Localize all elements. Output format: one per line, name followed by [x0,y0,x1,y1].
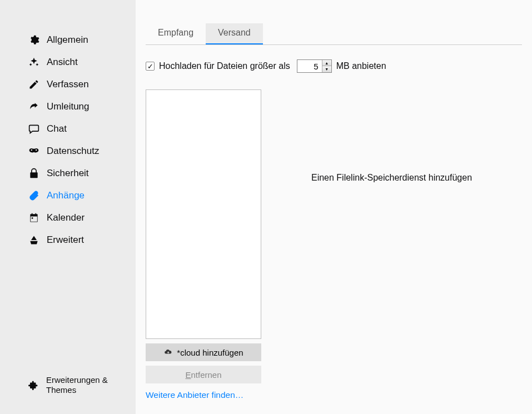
paperclip-icon [28,189,40,202]
sidebar-item-ansicht[interactable]: Ansicht [0,51,136,73]
lock-icon [28,167,40,179]
sidebar-item-label: Umleitung [47,101,90,112]
provider-listbox[interactable] [146,89,261,339]
sidebar-item-umleitung[interactable]: Umleitung [0,96,136,118]
sidebar-item-erweitert[interactable]: Erweitert [0,229,136,251]
pencil-icon [28,78,40,91]
sidebar-item-label: Datenschutz [47,146,100,157]
sidebar-item-anhaenge[interactable]: Anhänge [0,184,136,207]
spinner-down-button[interactable]: ▼ [322,66,331,72]
detail-area: Einen Filelink-Speicherdienst hinzufügen [261,89,522,400]
sidebar-item-label: Erweitert [47,235,84,246]
add-cloud-button[interactable]: *cloud hinzufügen [146,343,261,361]
wizard-icon [28,234,40,246]
sidebar-item-label: Anhänge [47,190,84,201]
sidebar-item-label: Sicherheit [47,168,89,179]
provider-column: *cloud hinzufügen Entfernen Weitere Anbi… [146,89,261,400]
sidebar-item-kalender[interactable]: Kalender [0,207,136,229]
tab-versand[interactable]: Versand [206,23,263,44]
sidebar-item-label: Chat [47,123,67,134]
main-content: Empfang Versand Hochladen für Dateien gr… [136,0,532,414]
sidebar-items: Allgemein Ansicht Verfassen Umleitung Ch [0,29,136,251]
sidebar-item-verfassen[interactable]: Verfassen [0,73,136,96]
calendar-icon [28,212,40,224]
tab-content: Hochladen für Dateien größer als ▲ ▼ MB … [136,45,532,400]
chat-icon [28,123,40,135]
sidebar-item-label: Verfassen [47,79,89,90]
spinner-buttons: ▲ ▼ [322,60,331,72]
threshold-input[interactable] [297,60,322,72]
lower-area: *cloud hinzufügen Entfernen Weitere Anbi… [146,89,522,400]
upload-offer-checkbox[interactable] [146,62,155,71]
cloud-add-icon [163,348,172,357]
sparkle-icon [28,56,40,68]
redirect-icon [28,101,40,113]
upload-setting-row: Hochladen für Dateien größer als ▲ ▼ MB … [146,59,522,73]
sidebar-item-extensions[interactable]: Erweiterungen & Themes [0,365,136,414]
spinner-up-button[interactable]: ▲ [322,60,331,66]
sidebar-item-sicherheit[interactable]: Sicherheit [0,162,136,184]
tab-empfang[interactable]: Empfang [146,23,206,44]
sidebar-item-label: Kalender [47,212,84,223]
upload-prefix-label: Hochladen für Dateien größer als [159,61,290,71]
puzzle-icon [28,379,39,391]
sidebar-item-datenschutz[interactable]: Datenschutz [0,140,136,162]
sidebar-item-label: Allgemein [47,34,88,46]
gear-icon [28,34,40,46]
upload-suffix-label: MB anbieten [336,61,386,71]
sidebar-item-chat[interactable]: Chat [0,118,136,140]
remove-button: Entfernen [146,366,261,383]
mask-icon [28,145,40,157]
tab-bar: Empfang Versand [146,23,522,45]
sidebar-bottom-label: Erweiterungen & Themes [46,375,136,395]
sidebar-item-label: Ansicht [47,57,78,68]
remove-label: Entfernen [185,370,221,380]
sidebar: Allgemein Ansicht Verfassen Umleitung Ch [0,0,136,414]
sidebar-item-allgemein[interactable]: Allgemein [0,29,136,51]
find-more-link[interactable]: Weitere Anbieter finden… [146,390,261,400]
add-cloud-label: *cloud hinzufügen [177,348,243,357]
filelink-hint: Einen Filelink-Speicherdienst hinzufügen [311,173,472,183]
threshold-spinner[interactable]: ▲ ▼ [297,59,332,73]
